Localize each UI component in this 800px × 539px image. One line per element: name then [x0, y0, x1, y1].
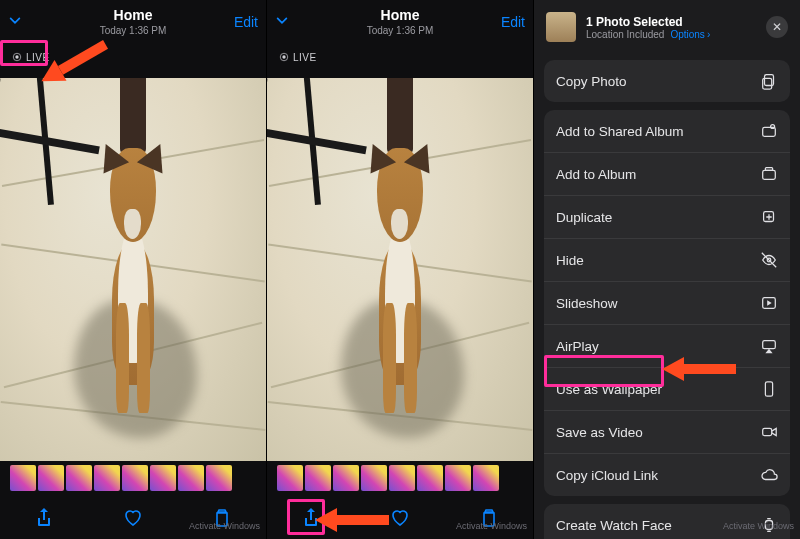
photo-title: Home — [100, 8, 167, 23]
photo-toolbar — [0, 495, 266, 539]
edit-button[interactable]: Edit — [479, 14, 525, 30]
cloud-icon — [760, 466, 778, 484]
edit-button[interactable]: Edit — [212, 14, 258, 30]
live-photo-badge[interactable]: LIVE — [273, 50, 323, 65]
play-box-icon — [760, 294, 778, 312]
share-menu-item-label: Add to Shared Album — [556, 124, 684, 139]
photo-header: Home Today 1:36 PM Edit — [0, 0, 266, 44]
photo-timestamp: Today 1:36 PM — [100, 25, 167, 36]
airplay-icon — [760, 337, 778, 355]
eye-off-icon — [760, 251, 778, 269]
share-menu-group-2: Add to Shared AlbumAdd to AlbumDuplicate… — [544, 110, 790, 496]
share-menu-item-label: Hide — [556, 253, 584, 268]
copy-icon — [760, 72, 778, 90]
share-menu-item-hide[interactable]: Hide — [544, 239, 790, 282]
share-menu-item-label: Copy iCloud Link — [556, 468, 658, 483]
share-menu-item-label: Slideshow — [556, 296, 618, 311]
photo-title: Home — [367, 8, 434, 23]
share-sheet: 1 Photo Selected Location Included Optio… — [534, 0, 800, 539]
photo-content[interactable] — [0, 78, 266, 461]
share-menu-item-label: Duplicate — [556, 210, 612, 225]
share-menu-item-copy-icloud[interactable]: Copy iCloud Link — [544, 454, 790, 496]
live-photo-label: LIVE — [26, 52, 50, 63]
share-menu-item-watch-face[interactable]: Create Watch Face — [544, 504, 790, 539]
share-sheet-subtitle: Location Included — [586, 29, 664, 40]
phone-icon — [760, 380, 778, 398]
photos-viewer-screen-2: Home Today 1:36 PM Edit LIVE — [267, 0, 534, 539]
share-menu-group-1: Copy Photo — [544, 60, 790, 102]
photo-timestamp: Today 1:36 PM — [367, 25, 434, 36]
share-button[interactable] — [300, 506, 322, 528]
album-icon — [760, 165, 778, 183]
video-icon — [760, 423, 778, 441]
share-sheet-header: 1 Photo Selected Location Included Optio… — [534, 10, 800, 52]
share-menu-item-copy-photo[interactable]: Copy Photo — [544, 60, 790, 102]
photo-filmstrip[interactable] — [0, 461, 266, 495]
back-chevron-button[interactable] — [8, 14, 54, 31]
share-menu-item-duplicate[interactable]: Duplicate — [544, 196, 790, 239]
live-photo-badge[interactable]: LIVE — [6, 50, 56, 65]
photo-toolbar — [267, 495, 533, 539]
share-menu-item-label: Create Watch Face — [556, 518, 672, 533]
annotation-arrow-live — [58, 40, 108, 75]
share-menu-item-slideshow[interactable]: Slideshow — [544, 282, 790, 325]
share-menu-item-save-video[interactable]: Save as Video — [544, 411, 790, 454]
delete-button[interactable] — [211, 506, 233, 528]
photo-content[interactable] — [267, 78, 533, 461]
share-menu-item-add-shared-album[interactable]: Add to Shared Album — [544, 110, 790, 153]
favorite-button[interactable] — [122, 506, 144, 528]
share-sheet-options-button[interactable]: Options› — [670, 29, 710, 40]
share-menu-item-label: Add to Album — [556, 167, 636, 182]
delete-button[interactable] — [478, 506, 500, 528]
share-menu-group-3: Create Watch FaceSave to FilesAssign to … — [544, 504, 790, 539]
share-menu-item-label: Copy Photo — [556, 74, 627, 89]
photo-filmstrip[interactable] — [267, 461, 533, 495]
share-menu-item-label: AirPlay — [556, 339, 599, 354]
photos-viewer-screen-1: Home Today 1:36 PM Edit LIVE — [0, 0, 267, 539]
photo-header: Home Today 1:36 PM Edit — [267, 0, 533, 44]
share-sheet-close-button[interactable]: ✕ — [766, 16, 788, 38]
share-menu-item-add-album[interactable]: Add to Album — [544, 153, 790, 196]
share-menu-item-label: Save as Video — [556, 425, 643, 440]
back-chevron-button[interactable] — [275, 14, 321, 31]
share-button[interactable] — [33, 506, 55, 528]
share-sheet-title: 1 Photo Selected — [586, 15, 710, 29]
share-menu-item-airplay[interactable]: AirPlay — [544, 325, 790, 368]
watch-icon — [760, 516, 778, 534]
shared-album-icon — [760, 122, 778, 140]
share-sheet-thumbnail — [546, 12, 576, 42]
favorite-button[interactable] — [389, 506, 411, 528]
duplicate-icon — [760, 208, 778, 226]
share-menu-item-label: Use as Wallpaper — [556, 382, 662, 397]
share-menu-item-wallpaper[interactable]: Use as Wallpaper — [544, 368, 790, 411]
live-photo-label: LIVE — [293, 52, 317, 63]
